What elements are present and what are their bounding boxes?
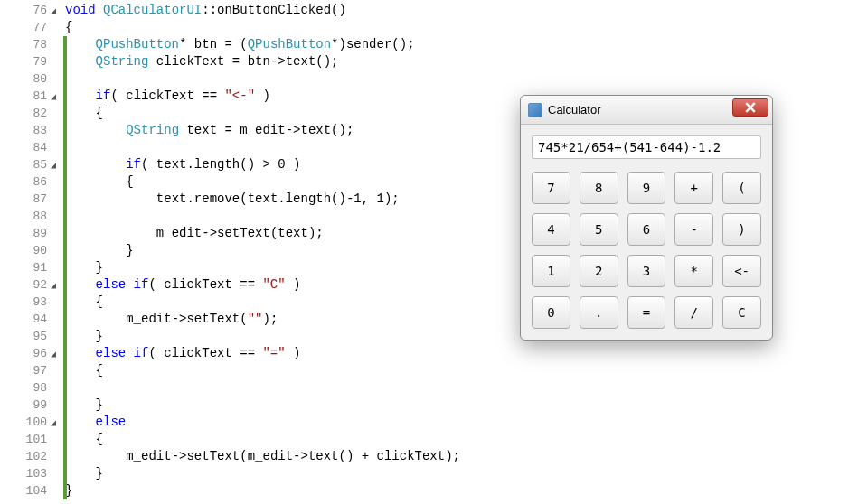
window-title: Calculator (548, 103, 601, 117)
gutter-row: 77 (0, 19, 63, 36)
key-<-[interactable]: <- (722, 255, 761, 287)
line-number: 91 (20, 261, 47, 275)
key-*[interactable]: * (674, 255, 713, 287)
key-3[interactable]: 3 (627, 255, 666, 287)
code-line: else (63, 414, 858, 431)
line-number: 85 (20, 158, 47, 172)
line-number: 80 (20, 72, 47, 86)
line-number: 87 (20, 192, 47, 206)
line-number: 82 (20, 107, 47, 120)
line-gutter: 76◢7778798081◢82838485◢86878889909192◢93… (0, 0, 63, 504)
fold-toggle-icon[interactable]: ◢ (47, 349, 60, 359)
fold-toggle-icon[interactable]: ◢ (47, 280, 60, 291)
line-number: 88 (20, 210, 47, 223)
gutter-row: 100◢ (0, 414, 63, 431)
line-number: 104 (20, 484, 47, 498)
key-8[interactable]: 8 (580, 172, 618, 204)
code-line: } (63, 465, 858, 482)
line-number: 77 (20, 21, 47, 34)
key-5[interactable]: 5 (580, 213, 618, 246)
line-number: 96 (20, 347, 47, 360)
gutter-row: 94 (0, 311, 63, 328)
gutter-row: 83 (0, 122, 63, 139)
close-button[interactable] (732, 98, 768, 117)
code-line: } (63, 397, 858, 414)
key-4[interactable]: 4 (532, 213, 570, 246)
key-.[interactable]: . (580, 296, 618, 329)
gutter-row: 92◢ (0, 276, 63, 294)
line-number: 102 (20, 450, 47, 463)
fold-toggle-icon[interactable]: ◢ (47, 417, 60, 428)
line-number: 78 (20, 38, 47, 51)
app-icon (528, 103, 542, 117)
line-number: 95 (20, 330, 47, 343)
key-9[interactable]: 9 (627, 172, 666, 204)
calculator-body: 745*21/654+(541-644)-1.2 789+(456-)123*<… (521, 125, 772, 340)
gutter-row: 97 (0, 362, 63, 379)
titlebar[interactable]: Calculator (521, 96, 772, 125)
gutter-row: 84 (0, 139, 63, 156)
close-icon (745, 102, 756, 113)
line-number: 100 (20, 415, 47, 429)
gutter-row: 78 (0, 36, 63, 53)
gutter-row: 96◢ (0, 345, 63, 362)
code-line: } (63, 482, 858, 499)
gutter-row: 76◢ (0, 2, 63, 19)
gutter-row: 81◢ (0, 88, 63, 105)
gutter-row: 82 (0, 105, 63, 122)
line-number: 101 (20, 433, 47, 446)
key-0[interactable]: 0 (532, 296, 570, 329)
gutter-row: 99 (0, 397, 63, 414)
gutter-row: 98 (0, 379, 63, 397)
line-number: 92 (20, 278, 47, 292)
line-number: 99 (20, 398, 47, 412)
key-+[interactable]: + (674, 172, 713, 204)
key--[interactable]: - (674, 213, 713, 246)
key-7[interactable]: 7 (532, 172, 570, 204)
key-C[interactable]: C (722, 296, 761, 329)
code-line: { (63, 362, 858, 379)
line-number: 79 (20, 55, 47, 69)
code-line (63, 379, 858, 397)
line-number: 76 (20, 4, 47, 17)
line-number: 94 (20, 313, 47, 326)
line-number: 90 (20, 244, 47, 257)
gutter-row: 104 (0, 482, 63, 499)
key-([interactable]: ( (722, 172, 761, 204)
fold-toggle-icon[interactable]: ◢ (47, 5, 60, 16)
fold-toggle-icon[interactable]: ◢ (47, 91, 60, 102)
code-line: { (63, 431, 858, 448)
gutter-row: 90 (0, 242, 63, 259)
key-/[interactable]: / (674, 296, 713, 329)
gutter-row: 85◢ (0, 156, 63, 173)
line-number: 103 (20, 467, 47, 481)
line-number: 89 (20, 227, 47, 240)
gutter-row: 103 (0, 465, 63, 482)
key-1[interactable]: 1 (532, 255, 570, 287)
line-number: 86 (20, 175, 47, 189)
gutter-row: 88 (0, 208, 63, 225)
gutter-row: 79 (0, 53, 63, 70)
line-number: 98 (20, 381, 47, 395)
calculator-display[interactable]: 745*21/654+(541-644)-1.2 (532, 135, 761, 159)
code-line: { (63, 19, 858, 36)
change-marker (63, 36, 67, 499)
code-line: m_edit->setText(m_edit->text() + clickTe… (63, 448, 858, 465)
fold-toggle-icon[interactable]: ◢ (47, 160, 60, 171)
key-6[interactable]: 6 (627, 213, 666, 246)
gutter-row: 80 (0, 70, 63, 88)
line-number: 97 (20, 364, 47, 378)
gutter-row: 91 (0, 259, 63, 276)
key-)[interactable]: ) (722, 213, 761, 246)
key-2[interactable]: 2 (580, 255, 618, 287)
code-line: QString clickText = btn->text(); (63, 53, 858, 70)
key-=[interactable]: = (627, 296, 666, 329)
gutter-row: 86 (0, 173, 63, 191)
code-line: else if( clickText == "=" ) (63, 345, 858, 362)
line-number: 93 (20, 295, 47, 309)
code-line: QPushButton* btn = (QPushButton*)sender(… (63, 36, 858, 53)
code-line (63, 70, 858, 88)
keypad: 789+(456-)123*<-0.=/C (532, 172, 761, 329)
gutter-row: 89 (0, 225, 63, 242)
calculator-window: Calculator 745*21/654+(541-644)-1.2 789+… (520, 95, 773, 341)
